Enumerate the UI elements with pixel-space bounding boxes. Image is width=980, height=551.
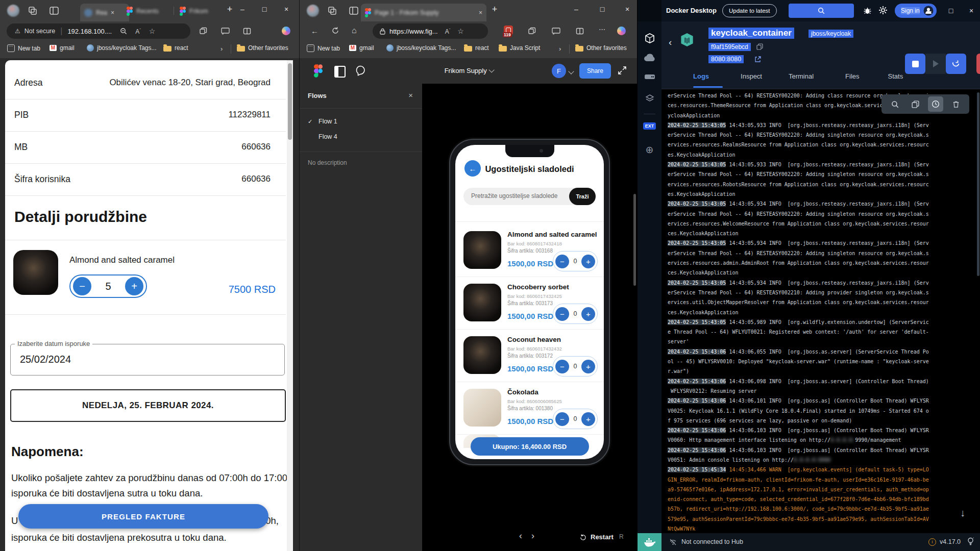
tab-close-icon[interactable]: ×	[479, 9, 482, 16]
flow-item[interactable]: Flow 4	[300, 129, 422, 144]
vertical-tabs-icon[interactable]	[349, 6, 359, 16]
next-screen-icon[interactable]: ›	[531, 531, 534, 541]
logs-scrollbar-thumb[interactable]	[977, 92, 979, 276]
close-button[interactable]: ×	[961, 2, 980, 20]
tab-stats[interactable]: Stats	[888, 72, 903, 80]
split-screen-icon[interactable]	[576, 27, 584, 35]
start-button[interactable]	[925, 54, 946, 74]
vertical-tabs-icon[interactable]	[49, 6, 59, 16]
sidebar-dev-environments-icon[interactable]	[638, 93, 662, 104]
minus-icon[interactable]: −	[555, 307, 569, 321]
stop-button[interactable]	[905, 54, 925, 74]
fullscreen-icon[interactable]	[617, 65, 627, 76]
update-button[interactable]: Update to latest	[722, 4, 777, 17]
quantity-stepper[interactable]: − 5 +	[69, 274, 147, 298]
minimize-button[interactable]: –	[919, 2, 940, 20]
tab-active-left[interactable]: Rea ×	[80, 4, 129, 21]
bookmark-item[interactable]: react	[464, 44, 489, 52]
search-bar[interactable]: Pretražite ugostiteljse sladolede Traži	[463, 188, 596, 205]
collections-icon[interactable]	[528, 27, 536, 35]
product-list-item[interactable]: Coconut heaven Bar kod: 8606017432432 Ši…	[455, 330, 604, 382]
minimize-button[interactable]: –	[566, 0, 586, 18]
container-logs[interactable]: erService Thread Pool -- 64) RESTEASY002…	[662, 89, 980, 533]
delete-button[interactable]	[976, 54, 980, 74]
tab-terminal[interactable]: Terminal	[789, 72, 814, 80]
minimize-button[interactable]: –	[232, 0, 253, 18]
back-icon[interactable]: ‹	[669, 37, 672, 48]
zoom-icon[interactable]	[120, 28, 127, 35]
bookmark-item[interactable]: M gmail	[349, 44, 374, 52]
user-avatar[interactable]: F	[552, 64, 566, 78]
log-search-icon[interactable]	[887, 96, 902, 112]
total-button[interactable]: Ukupno: 16,400.00 RSD	[471, 437, 589, 456]
bug-icon[interactable]	[863, 6, 872, 15]
container-image[interactable]: jboss/keycloak	[808, 30, 853, 38]
copy-icon[interactable]	[756, 43, 763, 50]
container-ports[interactable]: 8080:8080	[708, 55, 744, 63]
plus-icon[interactable]: +	[581, 255, 595, 268]
address-bar[interactable]: https://www.fig... Aˆ ☆	[373, 23, 488, 39]
product-list-item[interactable]: Chocoberry sorbet Bar kod: 8606017432425…	[455, 277, 604, 330]
address-bar[interactable]: ⚠ Not secure | 192.168.100.... Aˆ ☆	[7, 23, 190, 39]
docker-engine-status[interactable]	[638, 533, 662, 551]
tab-logs[interactable]: Logs	[693, 72, 709, 80]
gear-icon[interactable]	[878, 6, 888, 15]
bookmark-item[interactable]: react	[163, 44, 188, 52]
tab-frikom[interactable]: Frikom	[180, 4, 208, 19]
collections-icon[interactable]	[199, 27, 207, 35]
lightbulb-icon[interactable]	[967, 537, 974, 546]
reload-icon[interactable]	[331, 27, 339, 35]
bookmark-item[interactable]: Java Script	[499, 44, 540, 52]
close-button[interactable]: ×	[276, 0, 297, 18]
close-button[interactable]: ×	[617, 0, 638, 18]
quantity-stepper[interactable]: − 0 +	[553, 304, 598, 324]
bookmarks-overflow-chevron[interactable]: ›	[559, 45, 561, 53]
container-name[interactable]: keycloak_container	[708, 28, 794, 39]
cast-icon[interactable]	[221, 27, 230, 35]
sidebar-volumes-icon[interactable]	[638, 72, 662, 81]
product-list-item[interactable]: Almond and salted caramel Bar kod: 86080…	[455, 224, 604, 277]
plus-icon[interactable]: +	[581, 412, 595, 426]
tab-close-icon[interactable]: ×	[111, 9, 114, 16]
favorites-star-icon[interactable]: ☆	[149, 27, 156, 35]
other-favorites[interactable]: Other favorites	[575, 44, 627, 52]
share-button[interactable]: Share	[579, 63, 611, 79]
browser-profile-avatar[interactable]	[7, 5, 19, 17]
external-link-icon[interactable]	[754, 56, 761, 63]
maximize-button[interactable]: □	[254, 0, 275, 18]
bookmark-item[interactable]: jboss/keycloak Tags...	[386, 44, 456, 52]
flow-item[interactable]: ✓ Flow 1	[300, 114, 422, 129]
search-box[interactable]	[789, 4, 854, 18]
restart-icon[interactable]	[579, 534, 587, 541]
minus-icon[interactable]: −	[555, 255, 569, 268]
plus-icon[interactable]: +	[581, 307, 595, 321]
browser-profile-avatar[interactable]	[307, 5, 319, 17]
read-aloud-icon[interactable]: Aˆ	[445, 28, 451, 35]
copilot-icon[interactable]	[282, 27, 290, 35]
bookmarks-overflow-chevron[interactable]: ›	[220, 45, 223, 53]
plus-icon[interactable]: +	[581, 360, 595, 373]
log-copy-icon[interactable]	[908, 96, 923, 112]
sidebar-add-extension-icon[interactable]: ⊕	[638, 144, 662, 156]
log-clear-icon[interactable]	[948, 96, 964, 112]
product-list-item[interactable]: Čokolada Bar kod: 8606006085625 Šifra ar…	[455, 382, 604, 435]
plus-button[interactable]: +	[125, 277, 143, 295]
sidebar-images-icon[interactable]	[638, 53, 662, 62]
tab-active-figma[interactable]: Page 1 - Frikom Supply ×	[361, 4, 486, 21]
workspaces-icon[interactable]	[28, 6, 38, 16]
search-button[interactable]: Traži	[569, 188, 596, 205]
sidebar-containers-icon[interactable]	[638, 33, 662, 44]
tab-inspect[interactable]: Inspect	[741, 72, 762, 80]
restart-button[interactable]	[946, 54, 966, 74]
invoice-preview-button[interactable]: PREGLED FAKTURE	[18, 504, 268, 529]
minus-button[interactable]: −	[73, 277, 91, 295]
other-favorites[interactable]: Other favorites	[237, 44, 288, 52]
log-timestamps-icon[interactable]	[928, 96, 943, 112]
bookmark-item[interactable]: M gmail	[50, 44, 75, 52]
sidebar-extensions-icon[interactable]: EXT	[638, 122, 662, 130]
maximize-button[interactable]: □	[941, 2, 961, 20]
maximize-button[interactable]: □	[592, 0, 612, 18]
new-tab-button[interactable]: +	[484, 0, 505, 18]
bookmark-item[interactable]: jboss/keycloak Tags...	[87, 44, 157, 52]
tab-recents[interactable]: Recents	[127, 4, 159, 19]
